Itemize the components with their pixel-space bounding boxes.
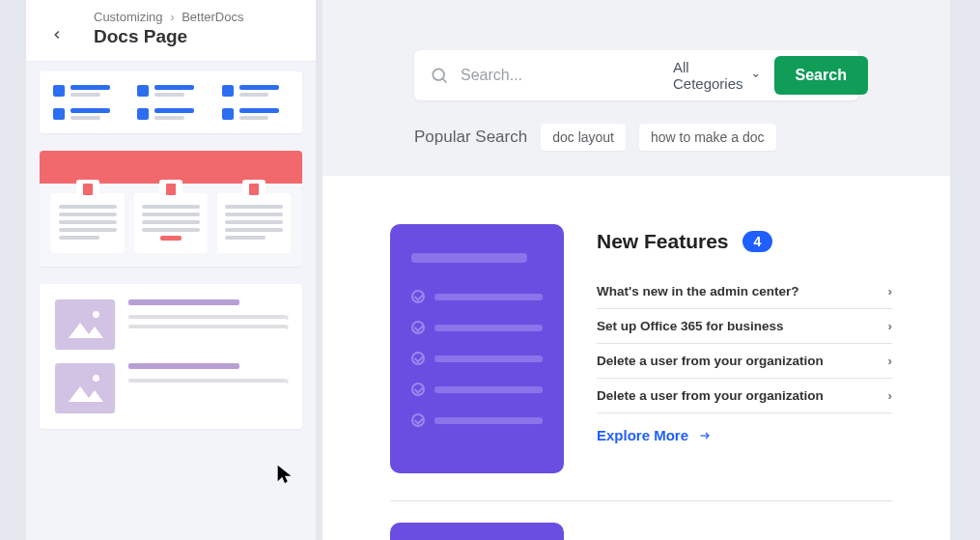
preview-pane: All Cetegories Search Popular Search doc… bbox=[322, 0, 950, 540]
explore-more-label: Explore More bbox=[597, 427, 688, 443]
check-icon bbox=[411, 321, 425, 334]
document-icon bbox=[83, 184, 93, 195]
doc-link-label: Delete a user from your organization bbox=[597, 388, 824, 403]
category-row: New Features 4 What's new in the admin c… bbox=[390, 224, 892, 473]
category-count-badge: 4 bbox=[742, 231, 773, 252]
customizer-sidebar: Customizing › BetterDocs Docs Page bbox=[26, 0, 316, 540]
chevron-left-icon bbox=[50, 28, 64, 42]
page-title: Docs Page bbox=[94, 26, 300, 47]
chevron-right-icon: › bbox=[888, 319, 893, 333]
layout-option-list[interactable]: › › › bbox=[40, 284, 302, 429]
check-icon bbox=[411, 290, 425, 303]
image-icon bbox=[67, 375, 103, 402]
doc-link[interactable]: What's new in the admin center?› bbox=[597, 274, 892, 309]
search-icon bbox=[430, 66, 449, 85]
arrow-right-icon: › bbox=[286, 322, 289, 332]
chevron-down-icon bbox=[751, 70, 761, 81]
check-icon bbox=[411, 413, 425, 427]
doc-link-label: Set up Office 365 for business bbox=[597, 319, 784, 333]
back-button[interactable] bbox=[43, 21, 70, 48]
categories-dropdown[interactable]: All Cetegories bbox=[673, 59, 767, 92]
category-details: New Features 4 What's new in the admin c… bbox=[597, 224, 892, 443]
chevron-right-icon: › bbox=[170, 10, 174, 24]
breadcrumb-item[interactable]: Customizing bbox=[94, 10, 163, 24]
divider bbox=[390, 500, 892, 501]
category-title: New Features bbox=[597, 230, 729, 253]
arrow-right-icon bbox=[696, 430, 714, 441]
search-input[interactable] bbox=[461, 67, 654, 84]
category-card[interactable] bbox=[390, 224, 564, 473]
docs-content: New Features 4 What's new in the admin c… bbox=[322, 176, 950, 540]
layout-option-columns[interactable] bbox=[40, 151, 302, 267]
layout-options: › › › bbox=[26, 62, 316, 429]
doc-link-label: What's new in the admin center? bbox=[597, 284, 799, 298]
popular-term[interactable]: how to make a doc bbox=[639, 124, 776, 151]
check-icon bbox=[411, 383, 425, 396]
document-icon bbox=[249, 184, 259, 195]
search-button[interactable]: Search bbox=[774, 56, 868, 95]
chevron-right-icon: › bbox=[888, 284, 893, 298]
category-card[interactable] bbox=[390, 523, 564, 540]
arrow-right-icon: › bbox=[286, 376, 289, 386]
explore-more-link[interactable]: Explore More bbox=[597, 427, 892, 443]
popular-term[interactable]: doc layout bbox=[541, 124, 626, 151]
svg-point-0 bbox=[433, 69, 444, 80]
doc-link-label: Delete a user from your organization bbox=[597, 354, 824, 368]
search-bar: All Cetegories Search bbox=[414, 50, 858, 100]
sidebar-header: Customizing › BetterDocs Docs Page bbox=[26, 0, 316, 62]
doc-link[interactable]: Set up Office 365 for business› bbox=[597, 309, 892, 344]
check-icon bbox=[411, 352, 425, 365]
doc-link[interactable]: Delete a user from your organization› bbox=[597, 344, 892, 379]
categories-label: All Cetegories bbox=[673, 59, 745, 92]
popular-search-row: Popular Search doc layout how to make a … bbox=[414, 124, 858, 151]
svg-line-1 bbox=[443, 79, 447, 83]
image-icon bbox=[67, 311, 103, 338]
doc-link[interactable]: Delete a user from your organization› bbox=[597, 379, 892, 413]
breadcrumb: Customizing › BetterDocs bbox=[94, 10, 300, 24]
document-icon bbox=[166, 184, 176, 195]
chevron-right-icon: › bbox=[888, 354, 893, 368]
chevron-right-icon: › bbox=[888, 388, 893, 403]
popular-search-label: Popular Search bbox=[414, 128, 527, 147]
breadcrumb-item[interactable]: BetterDocs bbox=[182, 10, 243, 24]
layout-option-grid[interactable] bbox=[40, 71, 302, 133]
